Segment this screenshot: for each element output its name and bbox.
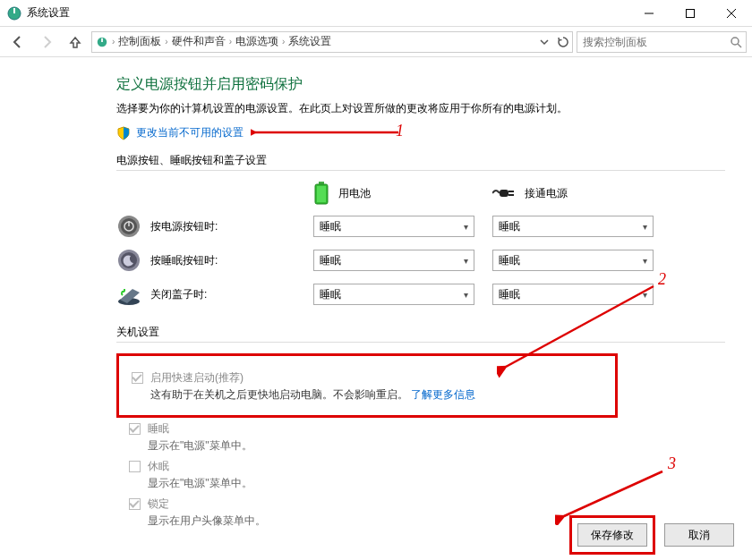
power-button-ac-dropdown[interactable]: 睡眠▾ (492, 216, 654, 237)
search-input[interactable] (581, 35, 730, 49)
sleep-label: 睡眠 (148, 421, 169, 437)
svg-rect-1 (13, 8, 15, 13)
back-button[interactable] (5, 30, 30, 54)
page-title: 定义电源按钮并启用密码保护 (116, 75, 725, 94)
plug-icon (492, 186, 516, 200)
sleep-button-ac-dropdown[interactable]: 睡眠▾ (492, 250, 654, 271)
breadcrumb-item[interactable]: 系统设置 (288, 34, 331, 49)
breadcrumb-item[interactable]: 硬件和声音 (172, 34, 226, 49)
page-description: 选择要为你的计算机设置的电源设置。在此页上对设置所做的更改将应用于你所有的电源计… (116, 101, 725, 116)
save-button-highlight: 保存修改 (569, 515, 655, 555)
lock-label: 锁定 (148, 496, 169, 512)
sleep-sub: 显示在"电源"菜单中。 (148, 438, 725, 454)
breadcrumb-item[interactable]: 控制面板 (118, 34, 161, 49)
row-label-text: 关闭盖子时: (150, 287, 207, 302)
search-box[interactable] (577, 31, 747, 53)
section-buttons-title: 电源按钮、睡眠按钮和盖子设置 (116, 153, 725, 168)
chevron-down-icon: ▾ (464, 222, 468, 232)
minimize-button[interactable] (628, 0, 670, 27)
column-header-battery: 用电池 (313, 182, 474, 205)
learn-more-link[interactable]: 了解更多信息 (411, 388, 475, 401)
refresh-icon[interactable] (558, 37, 568, 47)
power-button-icon (116, 214, 141, 239)
chevron-down-icon: ▾ (643, 222, 647, 232)
lid-icon (116, 282, 141, 307)
col-ac-label: 接通电源 (525, 186, 568, 201)
lid-ac-dropdown[interactable]: 睡眠▾ (492, 284, 654, 305)
power-button-battery-dropdown[interactable]: 睡眠▾ (313, 216, 474, 237)
row-label-text: 按电源按钮时: (150, 219, 218, 234)
close-button[interactable] (711, 0, 752, 27)
checkbox-icon (129, 461, 141, 472)
fast-startup-highlight-box: 启用快速启动(推荐) 这有助于在关机之后更快地启动电脑。不会影响重启。 了解更多… (116, 353, 618, 418)
hibernate-label: 休眠 (148, 459, 169, 474)
row-power-button: 按电源按钮时: (116, 214, 295, 239)
col-battery-label: 用电池 (338, 186, 371, 201)
hibernate-checkbox-row[interactable]: 休眠 (129, 459, 725, 474)
lid-battery-dropdown[interactable]: 睡眠▾ (313, 284, 474, 305)
lock-checkbox-row[interactable]: 锁定 (129, 496, 725, 512)
up-button[interactable] (63, 30, 88, 54)
change-settings-link-text: 更改当前不可用的设置 (136, 125, 244, 140)
row-lid-close: 关闭盖子时: (116, 282, 295, 307)
divider (116, 342, 725, 343)
chevron-down-icon: ▾ (464, 256, 468, 266)
sleep-checkbox-row[interactable]: 睡眠 (129, 421, 725, 437)
fast-startup-label: 启用快速启动(推荐) (150, 370, 244, 386)
footer-buttons: 保存修改 取消 (569, 515, 734, 555)
forward-button[interactable] (34, 30, 59, 54)
search-icon (730, 36, 742, 48)
content-area: 定义电源按钮并启用密码保护 选择要为你的计算机设置的电源设置。在此页上对设置所做… (0, 57, 752, 543)
power-settings-grid: 用电池 接通电源 按电源按钮时: 睡眠▾ 睡眠▾ (116, 182, 725, 307)
svg-rect-7 (101, 38, 103, 41)
fast-startup-checkbox-row[interactable]: 启用快速启动(推荐) (132, 370, 602, 386)
titlebar: 系统设置 (0, 0, 752, 27)
svg-point-8 (731, 38, 739, 45)
checkbox-icon (129, 498, 141, 510)
chevron-down-icon: ▾ (464, 290, 468, 300)
row-label-text: 按睡眠按钮时: (150, 253, 218, 268)
breadcrumb-item[interactable]: 电源选项 (235, 34, 278, 49)
svg-rect-12 (317, 186, 326, 202)
column-header-ac: 接通电源 (492, 186, 654, 201)
chevron-down-icon: ▾ (643, 290, 647, 300)
fast-startup-sub: 这有助于在关机之后更快地启动电脑。不会影响重启。 了解更多信息 (150, 387, 602, 403)
address-dropdown-icon[interactable] (540, 38, 549, 47)
cancel-button[interactable]: 取消 (664, 523, 734, 547)
maximize-button[interactable] (670, 0, 711, 27)
power-options-icon (7, 6, 21, 21)
section-shutdown-title: 关机设置 (116, 325, 725, 340)
divider (116, 170, 725, 171)
sleep-button-battery-dropdown[interactable]: 睡眠▾ (313, 250, 474, 271)
hibernate-sub: 显示在"电源"菜单中。 (148, 476, 725, 491)
change-unavailable-settings-link[interactable]: 更改当前不可用的设置 (116, 125, 725, 140)
power-options-icon (96, 36, 108, 48)
svg-rect-3 (687, 9, 695, 17)
chevron-down-icon: ▾ (643, 256, 647, 266)
address-bar[interactable]: › 控制面板 › 硬件和声音 › 电源选项 › 系统设置 (91, 31, 573, 53)
svg-line-9 (738, 44, 741, 47)
navbar: › 控制面板 › 硬件和声音 › 电源选项 › 系统设置 (0, 27, 752, 57)
shield-icon (116, 126, 131, 140)
save-button[interactable]: 保存修改 (577, 523, 647, 547)
battery-icon (313, 182, 329, 205)
sleep-button-icon (116, 248, 141, 273)
checkbox-icon (132, 372, 143, 384)
window-title: 系统设置 (27, 5, 70, 21)
checkbox-icon (129, 423, 141, 435)
svg-rect-13 (500, 190, 508, 197)
row-sleep-button: 按睡眠按钮时: (116, 248, 295, 273)
